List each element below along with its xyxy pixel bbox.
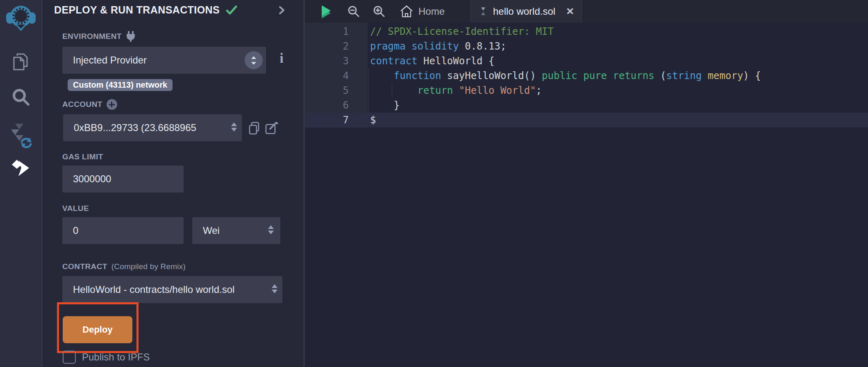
value-unit-stepper xyxy=(268,225,274,234)
sidebar-item-deploy-run[interactable] xyxy=(0,158,42,178)
tab-file-label: hello world.sol xyxy=(493,6,555,17)
copy-icon xyxy=(248,121,261,135)
account-select-stepper xyxy=(231,122,237,131)
sidebar-item-solidity-compiler[interactable] xyxy=(0,123,42,148)
icon-sidebar xyxy=(0,0,43,367)
line-content: function sayHelloWorld() public pure ret… xyxy=(349,70,761,82)
value-amount: 0 xyxy=(73,225,78,236)
copy-account-button[interactable] xyxy=(248,121,261,135)
zoom-out-button[interactable] xyxy=(347,0,360,23)
compiled-check-icon xyxy=(225,5,238,16)
remix-logo-icon xyxy=(6,3,36,33)
code-line-5[interactable]: 5 return "Hello World"; xyxy=(305,83,868,98)
line-number[interactable]: 1 xyxy=(305,26,349,37)
sidebar-item-file-explorer[interactable] xyxy=(0,52,42,72)
indent-guide xyxy=(392,83,392,98)
contract-label: CONTRACT xyxy=(62,262,107,271)
value-unit: Wei xyxy=(203,225,220,236)
line-content: contract HelloWorld { xyxy=(349,55,494,67)
tab-home-label: Home xyxy=(418,6,445,17)
sidebar-item-search[interactable] xyxy=(0,87,42,107)
value-label: VALUE xyxy=(62,204,89,213)
environment-label-row: ENVIRONMENT xyxy=(62,31,136,42)
code-line-2[interactable]: 2pragma solidity 0.8.13; xyxy=(305,39,868,54)
page-title: DEPLOY & RUN TRANSACTIONS xyxy=(54,4,220,16)
publish-ipfs-label: Publish to IPFS xyxy=(82,351,150,363)
contract-select-stepper xyxy=(272,284,277,293)
contract-select[interactable]: HelloWorld - contracts/hello world.sol xyxy=(62,276,282,303)
play-icon xyxy=(318,4,334,19)
environment-value: Injected Provider xyxy=(73,54,147,66)
code-editor-region: Home hello world.sol ✕ 1// SPDX-License-… xyxy=(303,0,868,367)
zoom-in-icon xyxy=(373,5,386,18)
environment-info-icon[interactable]: i xyxy=(275,51,288,66)
line-number[interactable]: 4 xyxy=(305,70,349,82)
add-account-icon[interactable] xyxy=(107,99,117,110)
account-label-row: ACCOUNT xyxy=(62,99,117,110)
contract-label-row: CONTRACT (Compiled by Remix) xyxy=(62,262,186,271)
account-label: ACCOUNT xyxy=(62,100,102,109)
code-line-1[interactable]: 1// SPDX-License-Identifier: MIT xyxy=(305,24,868,39)
gas-limit-label: GAS LIMIT xyxy=(62,152,103,161)
gas-limit-value: 3000000 xyxy=(73,173,111,185)
line-number[interactable]: 2 xyxy=(305,41,349,52)
remix-ide-window: DEPLOY & RUN TRANSACTIONS ENVIRONMENT In… xyxy=(0,0,868,367)
line-number[interactable]: 3 xyxy=(305,55,349,67)
panel-title-row: DEPLOY & RUN TRANSACTIONS xyxy=(54,4,238,16)
contract-value: HelloWorld - contracts/hello world.sol xyxy=(73,284,234,295)
line-content: $ xyxy=(349,114,376,126)
gas-limit-input[interactable]: 3000000 xyxy=(62,165,184,193)
close-tab-icon[interactable]: ✕ xyxy=(566,6,574,17)
line-number[interactable]: 5 xyxy=(305,85,349,96)
search-icon xyxy=(11,87,31,107)
code-line-7[interactable]: 7$ xyxy=(305,113,868,127)
line-number[interactable]: 7 xyxy=(305,114,349,126)
publish-ipfs-checkbox[interactable] xyxy=(63,351,76,364)
tab-home[interactable]: Home xyxy=(395,0,449,23)
account-select[interactable]: 0xBB9...29733 (23.6688965 xyxy=(63,114,242,141)
contract-sublabel: (Compiled by Remix) xyxy=(111,262,186,271)
deploy-run-icon xyxy=(10,158,32,178)
line-content: } xyxy=(349,100,400,111)
account-value: 0xBB9...29733 (23.6688965 xyxy=(74,122,196,134)
environment-label: ENVIRONMENT xyxy=(62,32,122,41)
line-content: return "Hello World"; xyxy=(349,85,542,96)
remix-logo[interactable] xyxy=(0,3,42,33)
environment-select[interactable]: Injected Provider xyxy=(62,47,266,74)
environment-select-stepper xyxy=(245,51,263,69)
panel-collapse-chevron[interactable] xyxy=(278,5,286,16)
chevron-right-icon xyxy=(278,5,286,16)
edit-account-button[interactable] xyxy=(265,121,279,135)
line-content: // SPDX-License-Identifier: MIT xyxy=(349,26,554,37)
gas-limit-label-row: GAS LIMIT xyxy=(62,152,103,161)
code-lines: 1// SPDX-License-Identifier: MIT2pragma … xyxy=(305,24,868,127)
code-line-4[interactable]: 4 function sayHelloWorld() public pure r… xyxy=(305,68,868,83)
file-explorer-icon xyxy=(11,52,31,72)
edit-icon xyxy=(265,121,279,135)
value-unit-select[interactable]: Wei xyxy=(192,217,280,244)
plug-icon xyxy=(126,31,136,42)
solidity-file-icon xyxy=(478,7,488,16)
solidity-compiler-icon xyxy=(8,123,34,148)
run-script-button[interactable] xyxy=(318,0,334,23)
line-content: pragma solidity 0.8.13; xyxy=(349,41,506,52)
editor-tab-bar: Home hello world.sol ✕ xyxy=(305,0,868,23)
value-label-row: VALUE xyxy=(62,204,89,213)
code-line-3[interactable]: 3contract HelloWorld { xyxy=(305,54,868,68)
deploy-button[interactable]: Deploy xyxy=(63,316,132,343)
code-line-6[interactable]: 6 } xyxy=(305,98,868,113)
line-number[interactable]: 6 xyxy=(305,100,349,111)
indent-guide xyxy=(368,68,369,113)
home-icon xyxy=(400,5,414,18)
zoom-in-button[interactable] xyxy=(373,0,386,23)
deploy-run-panel: DEPLOY & RUN TRANSACTIONS ENVIRONMENT In… xyxy=(43,0,303,367)
tab-hello-world-sol[interactable]: hello world.sol ✕ xyxy=(470,0,582,23)
value-input[interactable]: 0 xyxy=(62,217,184,244)
network-badge: Custom (43113) network xyxy=(68,79,173,91)
zoom-out-icon xyxy=(347,5,360,18)
